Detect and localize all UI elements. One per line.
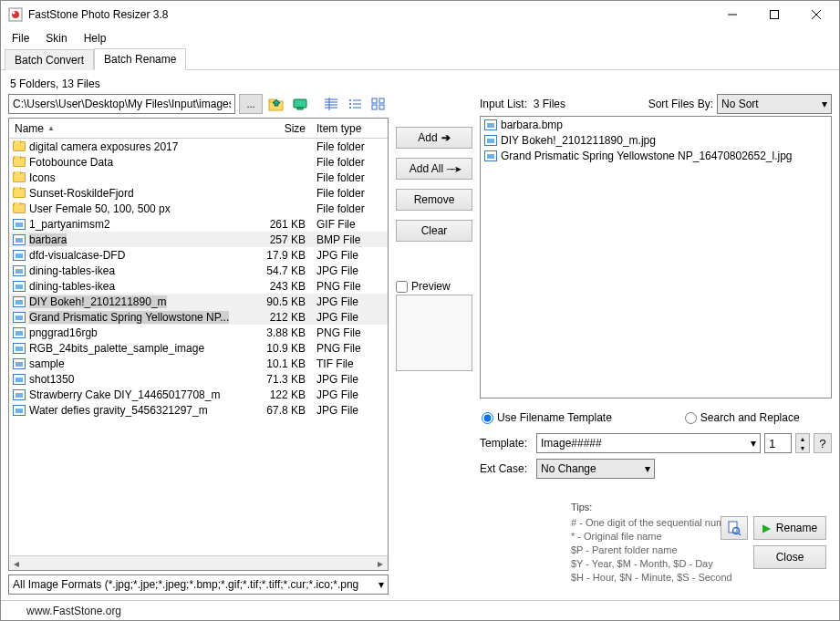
- view-details-icon[interactable]: [321, 94, 341, 114]
- image-icon: [13, 281, 26, 292]
- window-title: FastStone Photo Resizer 3.8: [28, 8, 711, 21]
- file-list: Name▲ Size Item type digital camera expo…: [8, 118, 389, 571]
- add-all-button[interactable]: Add All──➤: [396, 158, 472, 180]
- radio-filename-template[interactable]: Use Filename Template: [482, 411, 612, 424]
- tabbar: Batch Convert Batch Rename: [1, 48, 839, 70]
- input-list[interactable]: barbara.bmpDIY Bokeh!_2101211890_m.jpgGr…: [480, 116, 832, 398]
- file-row[interactable]: dining-tables-ikea54.7 KBJPG File: [9, 263, 388, 278]
- image-icon: [13, 405, 26, 416]
- image-icon: [13, 219, 26, 230]
- view-list-icon[interactable]: [345, 94, 365, 114]
- menubar: File Skin Help: [1, 28, 839, 48]
- menu-skin[interactable]: Skin: [38, 30, 74, 47]
- minimize-button[interactable]: [711, 1, 753, 28]
- menu-help[interactable]: Help: [77, 30, 114, 47]
- path-input[interactable]: [8, 94, 235, 114]
- close-dialog-button[interactable]: Close: [753, 545, 826, 569]
- template-input[interactable]: Image#####▾: [536, 433, 761, 453]
- column-type[interactable]: Item type: [311, 122, 388, 135]
- clear-button[interactable]: Clear: [396, 220, 472, 242]
- file-row[interactable]: 1_partyanimsm2261 KBGIF File: [9, 216, 388, 232]
- start-number-spinner[interactable]: ▲▼: [795, 433, 810, 453]
- input-list-label: Input List: 3 Files: [480, 98, 565, 110]
- sort-dropdown[interactable]: No Sort▾: [717, 94, 832, 114]
- file-row[interactable]: Fotobounce DataFile folder: [9, 154, 388, 170]
- rename-button[interactable]: ▶Rename: [753, 516, 826, 540]
- chevron-down-icon: ▾: [751, 437, 756, 450]
- svg-rect-4: [771, 11, 779, 19]
- tab-batch-rename[interactable]: Batch Rename: [94, 48, 186, 70]
- file-row[interactable]: DIY Bokeh!_2101211890_m90.5 KBJPG File: [9, 294, 388, 309]
- svg-point-18: [349, 103, 351, 105]
- file-row[interactable]: sample10.1 KBTIF File: [9, 356, 388, 371]
- view-thumbs-icon[interactable]: [368, 94, 389, 114]
- file-row[interactable]: dfd-visualcase-DFD17.9 KBJPG File: [9, 247, 388, 263]
- image-icon: [13, 234, 26, 245]
- input-list-item[interactable]: Grand Prismatic Spring Yellowstone NP_16…: [481, 148, 831, 163]
- titlebar: FastStone Photo Resizer 3.8: [1, 1, 839, 28]
- svg-rect-26: [379, 105, 384, 109]
- double-arrow-right-icon: ──➤: [447, 164, 459, 174]
- file-row[interactable]: User Female 50, 100, 500 pxFile folder: [9, 201, 388, 216]
- input-list-item[interactable]: barbara.bmp: [481, 117, 831, 132]
- tab-batch-convert[interactable]: Batch Convert: [5, 49, 94, 70]
- statusbar: www.FastStone.org: [1, 600, 839, 620]
- add-button[interactable]: Add➔: [396, 127, 472, 149]
- input-list-item[interactable]: DIY Bokeh!_2101211890_m.jpg: [481, 132, 831, 148]
- image-icon: [13, 374, 26, 385]
- svg-rect-10: [297, 108, 303, 109]
- file-row[interactable]: digital camera exposures 2017File folder: [9, 139, 388, 154]
- up-folder-icon[interactable]: [266, 94, 286, 114]
- svg-point-2: [13, 12, 16, 15]
- close-button[interactable]: [795, 1, 837, 28]
- remove-button[interactable]: Remove: [396, 189, 472, 211]
- file-row[interactable]: Water defies gravity_5456321297_m67.8 KB…: [9, 402, 388, 418]
- svg-point-17: [349, 99, 351, 101]
- sort-label: Sort Files By:: [648, 98, 713, 110]
- folder-icon: [13, 188, 26, 198]
- svg-rect-25: [372, 105, 377, 109]
- maximize-button[interactable]: [753, 1, 795, 28]
- folder-icon: [13, 203, 26, 213]
- svg-line-29: [739, 533, 741, 535]
- path-toolbar: ...: [8, 94, 389, 114]
- browse-button[interactable]: ...: [239, 94, 263, 114]
- ext-case-dropdown[interactable]: No Change▾: [536, 459, 655, 479]
- image-icon: [13, 265, 26, 276]
- horizontal-scrollbar[interactable]: ◂ ▸: [9, 555, 388, 570]
- file-row[interactable]: Strawberry Cake DIY_14465017708_m122 KBJ…: [9, 387, 388, 402]
- desktop-icon[interactable]: [290, 94, 310, 114]
- sort-asc-icon: ▲: [47, 124, 55, 132]
- radio-search-replace[interactable]: Search and Replace: [685, 411, 800, 424]
- file-row[interactable]: Sunset-RoskildeFjordFile folder: [9, 185, 388, 201]
- scroll-right-icon[interactable]: ▸: [373, 556, 388, 570]
- preview-frame: [396, 295, 472, 371]
- preview-checkbox[interactable]: Preview: [396, 280, 472, 293]
- chevron-down-icon: ▾: [822, 98, 827, 110]
- image-icon: [484, 135, 497, 146]
- file-row[interactable]: RGB_24bits_palette_sample_image10.9 KBPN…: [9, 340, 388, 356]
- menu-file[interactable]: File: [5, 30, 36, 47]
- preview-rename-button[interactable]: [721, 516, 748, 540]
- column-name[interactable]: Name▲: [9, 122, 253, 135]
- image-icon: [13, 312, 26, 323]
- file-row[interactable]: Grand Prismatic Spring Yellowstone NP...…: [9, 309, 388, 325]
- format-filter-dropdown[interactable]: All Image Formats (*.jpg;*.jpe;*.jpeg;*.…: [8, 574, 389, 595]
- scroll-left-icon[interactable]: ◂: [9, 556, 24, 570]
- start-number-input[interactable]: [764, 433, 792, 453]
- template-help-button[interactable]: ?: [814, 433, 832, 453]
- file-row[interactable]: IconsFile folder: [9, 170, 388, 185]
- svg-rect-24: [379, 98, 384, 103]
- file-row[interactable]: dining-tables-ikea243 KBPNG File: [9, 278, 388, 294]
- column-size[interactable]: Size: [253, 122, 311, 135]
- file-row[interactable]: pnggrad16rgb3.88 KBPNG File: [9, 325, 388, 340]
- file-row[interactable]: barbara257 KBBMP File: [9, 232, 388, 247]
- image-icon: [13, 250, 26, 261]
- svg-point-19: [349, 107, 351, 109]
- chevron-down-icon: ▾: [645, 462, 650, 475]
- file-row[interactable]: shot135071.3 KBJPG File: [9, 371, 388, 387]
- status-link[interactable]: www.FastStone.org: [26, 605, 121, 617]
- svg-rect-23: [372, 98, 377, 103]
- chevron-down-icon: ▾: [379, 578, 384, 591]
- folder-icon: [13, 141, 26, 151]
